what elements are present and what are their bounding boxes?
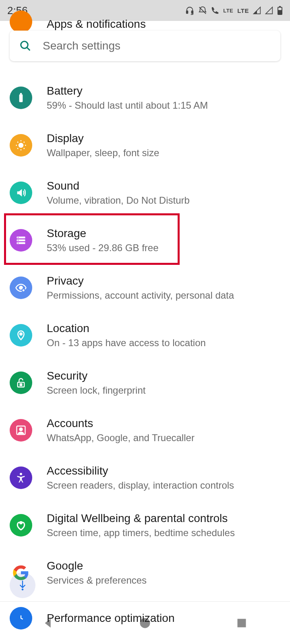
- svg-point-15: [18, 240, 19, 241]
- svg-rect-9: [20, 93, 22, 94]
- row-title: Privacy: [47, 275, 234, 287]
- settings-row-accounts[interactable]: AccountsWhatsApp, Google, and Truecaller: [0, 407, 290, 454]
- signal-icon-1: [253, 6, 261, 14]
- headset-icon: [185, 6, 194, 15]
- status-icons: LTE LTE: [185, 6, 283, 15]
- privacy-icon: [10, 277, 32, 299]
- row-texts: AccountsWhatsApp, Google, and Truecaller: [47, 417, 195, 444]
- row-subtitle: Screen lock, fingerprint: [47, 385, 145, 396]
- settings-row-privacy[interactable]: PrivacyPermissions, account activity, pe…: [0, 264, 290, 312]
- row-subtitle: On - 13 apps have access to location: [47, 337, 206, 349]
- settings-list[interactable]: Battery59% - Should last until about 1:1…: [0, 74, 290, 601]
- row-subtitle: 59% - Should last until about 1:15 AM: [47, 100, 208, 111]
- row-texts: Digital Wellbeing & parental controlsScr…: [47, 512, 235, 539]
- row-subtitle: WhatsApp, Google, and Truecaller: [47, 432, 195, 444]
- row-title: Sound: [47, 180, 190, 192]
- row-title: Storage: [47, 227, 159, 240]
- svg-rect-5: [278, 10, 282, 14]
- search-placeholder: Search settings: [43, 39, 120, 52]
- row-title: Battery: [47, 85, 208, 97]
- search-icon: [19, 40, 31, 52]
- row-title: Security: [47, 369, 145, 382]
- svg-line-7: [27, 47, 30, 51]
- row-subtitle: Permissions, account activity, personal …: [47, 290, 234, 301]
- battery-status-icon: [277, 6, 283, 15]
- svg-rect-8: [19, 94, 23, 102]
- svg-point-18: [22, 289, 25, 292]
- row-texts: SoundVolume, vibration, Do Not Disturb: [47, 180, 190, 206]
- row-subtitle: 53% used - 29.86 GB free: [47, 242, 159, 254]
- svg-rect-21: [20, 384, 22, 386]
- row-title: Performance optimization: [47, 612, 174, 625]
- row-texts: Battery59% - Should last until about 1:1…: [47, 85, 208, 111]
- location-icon: [10, 324, 32, 347]
- signal-icon-2: [265, 6, 273, 14]
- volte-call-icon: [211, 6, 219, 14]
- svg-point-27: [22, 588, 24, 590]
- svg-point-19: [20, 333, 22, 335]
- row-texts: LocationOn - 13 apps have access to loca…: [47, 322, 206, 349]
- sound-icon: [10, 182, 32, 204]
- settings-row-wellbeing[interactable]: Digital Wellbeing & parental controlsScr…: [0, 502, 290, 549]
- apps-title: Apps & notifications: [47, 18, 146, 31]
- row-subtitle: Screen readers, display, interaction con…: [47, 480, 234, 491]
- row-subtitle: Screen time, app timers, bedtime schedul…: [47, 527, 235, 539]
- lte-label-2: LTE: [237, 7, 249, 14]
- dnd-icon: [198, 6, 207, 15]
- apps-icon: [10, 10, 32, 33]
- storage-icon: [10, 229, 32, 252]
- svg-point-16: [18, 243, 19, 244]
- svg-point-6: [21, 41, 28, 49]
- row-title: Display: [47, 132, 159, 145]
- svg-rect-1: [192, 11, 193, 13]
- svg-rect-0: [186, 11, 188, 13]
- svg-point-14: [18, 237, 19, 238]
- settings-row-display[interactable]: DisplayWallpaper, sleep, font size: [0, 122, 290, 169]
- battery-icon: [10, 87, 32, 109]
- accounts-icon: [10, 419, 32, 442]
- row-subtitle: Wallpaper, sleep, font size: [47, 147, 159, 159]
- search-bar[interactable]: Search settings: [10, 31, 280, 61]
- settings-content: Apps & notifications Search settings Bat…: [0, 21, 290, 601]
- svg-point-10: [19, 143, 23, 147]
- row-texts: GoogleServices & preferences: [47, 559, 147, 586]
- settings-row-performance[interactable]: Performance optimization: [0, 597, 290, 630]
- settings-row-sound[interactable]: SoundVolume, vibration, Do Not Disturb: [0, 169, 290, 217]
- settings-row-storage[interactable]: Storage53% used - 29.86 GB free: [0, 217, 290, 264]
- row-texts: Performance optimization: [47, 612, 174, 625]
- svg-point-23: [20, 428, 23, 431]
- row-title: Digital Wellbeing & parental controls: [47, 512, 235, 525]
- row-subtitle: Volume, vibration, Do Not Disturb: [47, 195, 190, 206]
- row-title: Google: [47, 559, 147, 572]
- row-texts: PrivacyPermissions, account activity, pe…: [47, 275, 234, 301]
- svg-point-24: [20, 473, 22, 475]
- lte-label-1: LTE: [223, 8, 233, 14]
- display-icon: [10, 134, 32, 157]
- security-icon: [10, 372, 32, 394]
- row-subtitle: Services & preferences: [47, 575, 147, 586]
- row-title: Location: [47, 322, 206, 335]
- row-title: Accessibility: [47, 464, 234, 477]
- row-texts: DisplayWallpaper, sleep, font size: [47, 132, 159, 159]
- row-texts: Storage53% used - 29.86 GB free: [47, 227, 159, 254]
- svg-rect-4: [279, 6, 281, 7]
- assist-hint[interactable]: [10, 572, 35, 598]
- settings-row-google[interactable]: GoogleServices & preferences: [0, 549, 290, 597]
- assist-arrow-icon: [17, 580, 28, 591]
- row-texts: SecurityScreen lock, fingerprint: [47, 369, 145, 396]
- settings-row-location[interactable]: LocationOn - 13 apps have access to loca…: [0, 312, 290, 359]
- wellbeing-icon: [10, 514, 32, 537]
- row-title: Accounts: [47, 417, 195, 430]
- accessibility-icon: [10, 466, 32, 489]
- settings-row-battery[interactable]: Battery59% - Should last until about 1:1…: [0, 74, 290, 122]
- row-texts: AccessibilityScreen readers, display, in…: [47, 464, 234, 491]
- svg-point-17: [19, 286, 23, 289]
- settings-row-security[interactable]: SecurityScreen lock, fingerprint: [0, 359, 290, 407]
- settings-row-accessibility[interactable]: AccessibilityScreen readers, display, in…: [0, 454, 290, 502]
- performance-icon: [10, 607, 32, 630]
